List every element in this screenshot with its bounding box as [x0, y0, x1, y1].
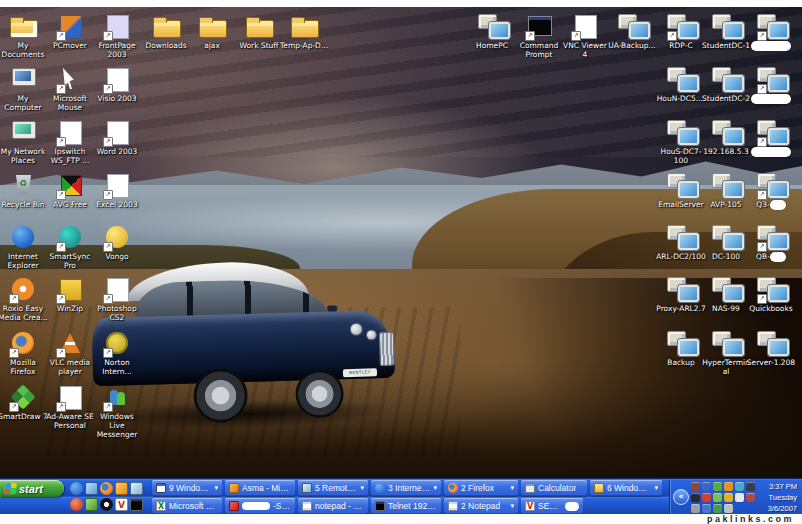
desktop-icon-dc-100[interactable]: DC-100 [701, 224, 751, 261]
desktop-icon-ua-backup[interactable]: UA-Backup... [607, 13, 657, 50]
task-group-dropdown-icon[interactable]: ▾ [510, 498, 514, 514]
tray-icon[interactable] [691, 504, 700, 513]
mediaplayer-quicklaunch-icon[interactable] [100, 498, 113, 511]
desktop-icon-mozilla-firefox[interactable]: Mozilla Firefox [0, 330, 48, 376]
task-button-sh[interactable]: -Sh... [225, 498, 295, 514]
showdesktop-quicklaunch-icon[interactable] [85, 482, 98, 495]
app-orange-quicklaunch-icon[interactable] [115, 482, 128, 495]
task-button-3-internet[interactable]: 3 Internet ...▾ [371, 480, 441, 496]
task-group-dropdown-icon[interactable]: ▾ [510, 480, 514, 496]
task-button-notepad-m[interactable]: notepad - M... [298, 498, 368, 514]
desktop-icon-q3[interactable]: Q3- [746, 172, 796, 210]
desktop-icon-ad-aware-se-personal[interactable]: SEAd-Aware SE Personal [45, 384, 95, 430]
ie-quicklaunch-icon[interactable] [70, 482, 83, 495]
desktop-icon-norton-intern[interactable]: Norton Intern... [92, 330, 142, 376]
task-button-6-windows[interactable]: 6 Windows...▾ [590, 480, 662, 496]
desktop-icon-my-computer[interactable]: My Computer [0, 66, 48, 112]
task-button-asma-micro[interactable]: Asma - Micro... [225, 480, 295, 496]
desktop-icon-houn-dc5[interactable]: HouN-DC5.... [656, 66, 706, 103]
desktop-icon-avg-free[interactable]: AVG Free [45, 172, 95, 209]
desktop-icon-hous-dc7-100[interactable]: HouS-DC7-100 [656, 119, 706, 165]
desktop-icon-word-2003[interactable]: WWord 2003 [92, 119, 142, 156]
desktop-icon-work-stuff[interactable]: Work Stuff [234, 13, 284, 50]
task-button-2-firefox[interactable]: 2 Firefox▾ [444, 480, 518, 496]
desktop-icon-censored[interactable] [746, 119, 796, 157]
task-button-9-windows[interactable]: 9 Windows...▾ [152, 480, 222, 496]
desktop-icon-vlc-media-player[interactable]: VLC media player [45, 330, 95, 376]
task-button-calculator[interactable]: Calculator [521, 480, 587, 496]
tray-icon[interactable] [735, 493, 744, 502]
task-group-dropdown-icon[interactable]: ▾ [654, 480, 658, 496]
desktop-icon-rdp-c[interactable]: RDP-C [656, 13, 706, 50]
desktop-icon-downloads[interactable]: Downloads [141, 13, 191, 50]
tray-icon[interactable] [746, 482, 755, 491]
cmd-quicklaunch-icon[interactable] [130, 498, 143, 511]
task-button-2-notepad[interactable]: 2 Notepad▾ [444, 498, 518, 514]
tray-icon[interactable] [735, 482, 744, 491]
task-button-telnet-192-1[interactable]: Telnet 192.1... [371, 498, 441, 514]
desktop-icon-quickbooks[interactable]: Quickbooks [746, 276, 796, 313]
desktop-icon-vongo[interactable]: VVongo [92, 224, 142, 261]
desktop-icon-qb[interactable]: QB- [746, 224, 796, 262]
start-button[interactable]: start [0, 480, 64, 497]
tray-icon[interactable] [713, 504, 722, 513]
desktop-icon-smartsync-pro[interactable]: ⟳SmartSync Pro [45, 224, 95, 270]
tray-icon[interactable] [724, 504, 733, 513]
desktop-icon-microsoft-mouse[interactable]: Microsoft Mouse [45, 66, 95, 112]
tray-icon[interactable] [746, 493, 755, 502]
desktop-icon-temp-ap-d[interactable]: Temp-Ap-D... [279, 13, 329, 50]
desktop-icon-windows-live-messenger[interactable]: Windows Live Messenger [92, 384, 142, 439]
desktop-icon-photoshop-cs2[interactable]: ✒Photoshop CS2 [92, 276, 142, 322]
desktop-icon-visio-2003[interactable]: VVisio 2003 [92, 66, 142, 103]
desktop-icon-command-prompt[interactable]: C:\Command Prompt [514, 13, 564, 59]
desktop-icon-192-168-5-3[interactable]: 192.168.5.3 [701, 119, 751, 156]
desktop-icon-smartdraw-7[interactable]: SmartDraw 7 [0, 384, 48, 421]
desktop-icon-server-1-208[interactable]: Server-1.208 [746, 330, 796, 367]
desktop-icon-pcmover[interactable]: PCPCmover [45, 13, 95, 50]
remotepc-quicklaunch-icon[interactable] [130, 482, 143, 495]
desktop-icon-frontpage-2003[interactable]: FFrontPage 2003 [92, 13, 142, 59]
task-button-5-remote[interactable]: 5 Remote ...▾ [298, 480, 368, 496]
desktop-icon-hyperterminal[interactable]: HyperTerminal [701, 330, 751, 376]
tray-icon[interactable] [724, 493, 733, 502]
desktop-icon-emailserver[interactable]: EmailServer [656, 172, 706, 209]
desktop-icon-internet-explorer[interactable]: eInternet Explorer [0, 224, 48, 270]
desktop-icon-censored[interactable] [746, 66, 796, 104]
messenger-quicklaunch-icon[interactable] [85, 498, 98, 511]
tray-icon[interactable] [702, 482, 711, 491]
desktop-icon-censored[interactable] [746, 13, 796, 51]
vnc-quicklaunch-icon[interactable] [115, 498, 128, 511]
task-group-dropdown-icon[interactable]: ▾ [214, 480, 218, 496]
desktop-icon-vnc-viewer-4[interactable]: VncVNC Viewer 4 [560, 13, 610, 59]
desktop-icon-roxio-easy-media-crea[interactable]: Roxio Easy Media Crea... [0, 276, 48, 322]
task-group-dropdown-icon[interactable]: ▾ [360, 480, 364, 496]
desktop-icon-nas-99[interactable]: NAS-99 [701, 276, 751, 313]
desktop-icon-ipswitch-ws-ftp[interactable]: FTPIpswitch WS_FTP ... [45, 119, 95, 165]
desktop-icon-arl-dc2-100[interactable]: ARL-DC2/100 [656, 224, 706, 261]
tray-icon[interactable] [713, 482, 722, 491]
tray-icon[interactable] [713, 493, 722, 502]
desktop-icon-homepc[interactable]: HomePC [467, 13, 517, 50]
desktop-icon-studentdc-2[interactable]: StudentDC-2 [701, 66, 751, 103]
desktop-icon-my-documents[interactable]: My Documents [0, 13, 48, 59]
desktop-icon-avp-105[interactable]: AVP-105 [701, 172, 751, 209]
desktop-icon-ajax[interactable]: ajax [187, 13, 237, 50]
tray-icon[interactable] [691, 482, 700, 491]
desktop-icon-excel-2003[interactable]: XExcel 2003 [92, 172, 142, 209]
tray-icon[interactable] [702, 493, 711, 502]
firefox-quicklaunch-icon[interactable] [100, 482, 113, 495]
desktop-icon-my-network-places[interactable]: My Network Places [0, 119, 48, 165]
tray-icon[interactable] [691, 493, 700, 502]
desktop-icon-backup[interactable]: Backup [656, 330, 706, 367]
tray-icon[interactable] [724, 482, 733, 491]
desktop-icon-winzip[interactable]: ZWinZip [45, 276, 95, 313]
tray-icon[interactable] [702, 504, 711, 513]
desktop-icon-proxy-arl2-7[interactable]: Proxy-ARL2.7 [656, 276, 706, 313]
desktop-icon-recycle-bin[interactable]: Recycle Bin [0, 172, 48, 209]
opera-quicklaunch-icon[interactable] [70, 498, 83, 511]
task-button-microsoft-ex[interactable]: Microsoft Ex... [152, 498, 222, 514]
task-button-security[interactable]: SECURITY [521, 498, 583, 514]
desktop-icon-studentdc-1[interactable]: StudentDC-1 [701, 13, 751, 50]
task-group-dropdown-icon[interactable]: ▾ [433, 480, 437, 496]
tray-chevron-button[interactable]: « [673, 489, 689, 505]
